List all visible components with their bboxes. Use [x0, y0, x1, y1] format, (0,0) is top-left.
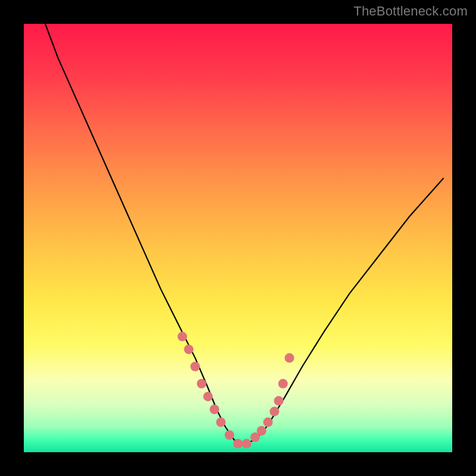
scatter-dot	[278, 379, 288, 389]
bottleneck-curve-line	[45, 24, 444, 444]
scatter-dot	[257, 426, 267, 436]
chart-frame: TheBottleneck.com	[0, 0, 476, 476]
scatter-dot	[203, 392, 213, 401]
scatter-dot	[270, 407, 279, 416]
scatter-dot	[190, 362, 200, 371]
scatter-dot	[197, 379, 206, 389]
curve-svg	[24, 24, 452, 452]
scatter-dot	[274, 396, 283, 406]
scatter-dot	[242, 439, 251, 449]
scatter-dot	[284, 353, 294, 363]
plot-area	[24, 24, 452, 452]
scatter-dot	[177, 332, 187, 342]
scatter-dot	[209, 405, 219, 414]
scatter-dot	[233, 439, 243, 449]
scatter-dot	[184, 345, 193, 354]
scatter-dot	[216, 418, 226, 427]
scatter-dots-group	[177, 332, 294, 449]
scatter-dot	[263, 418, 273, 427]
scatter-dot	[225, 430, 234, 440]
watermark-text: TheBottleneck.com	[353, 4, 468, 19]
